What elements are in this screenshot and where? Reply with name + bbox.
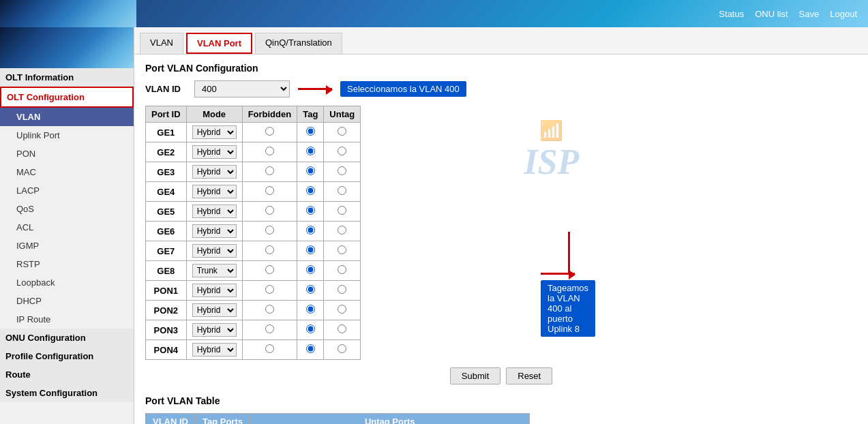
nav-save[interactable]: Save [799, 9, 820, 19]
tag-radio-ge4[interactable] [306, 186, 315, 195]
tag-radio-pon4[interactable] [306, 344, 315, 353]
untag-radio-ge6[interactable] [338, 226, 346, 234]
sidebar-item-ip-route[interactable]: IP Route [0, 310, 134, 329]
forbidden-radio-pon1[interactable] [265, 285, 274, 294]
sidebar-item-qos[interactable]: QoS [0, 200, 134, 218]
mode-cell-pon1[interactable]: HybridTrunkAccess [186, 281, 242, 301]
tag-radio-ge7[interactable] [306, 245, 315, 254]
tab-qinq[interactable]: QinQ/Translation [255, 33, 342, 54]
sidebar-item-pon[interactable]: PON [0, 145, 134, 163]
untag-radio-pon3[interactable] [338, 324, 346, 333]
tag-radio-ge2[interactable] [306, 147, 315, 155]
mode-select-pon3[interactable]: HybridTrunkAccess [192, 323, 237, 337]
forbidden-radio-ge5[interactable] [265, 206, 274, 215]
mode-cell-ge6[interactable]: HybridTrunkAccess [186, 222, 242, 241]
tag-cell-ge3[interactable] [297, 162, 324, 182]
tag-cell-ge2[interactable] [297, 142, 324, 162]
tag-radio-ge6[interactable] [306, 226, 315, 234]
untag-cell-ge3[interactable] [324, 162, 361, 182]
sidebar-item-mac[interactable]: MAC [0, 163, 134, 181]
forbidden-radio-pon2[interactable] [265, 305, 274, 314]
tag-radio-ge1[interactable] [306, 127, 315, 136]
tag-cell-ge8[interactable] [297, 261, 324, 281]
mode-select-ge7[interactable]: HybridTrunkAccess [192, 244, 237, 258]
untag-radio-ge5[interactable] [338, 206, 346, 215]
untag-cell-pon3[interactable] [324, 320, 361, 340]
forbidden-cell-ge6[interactable] [242, 222, 297, 241]
sidebar-item-acl[interactable]: ACL [0, 218, 134, 237]
sidebar-item-onu-configuration[interactable]: ONU Configuration [0, 329, 134, 347]
mode-select-pon4[interactable]: HybridTrunkAccess [192, 343, 237, 357]
sidebar-item-loopback[interactable]: Loopback [0, 273, 134, 292]
tag-cell-ge5[interactable] [297, 202, 324, 222]
sidebar-item-vlan[interactable]: VLAN [0, 108, 134, 126]
forbidden-radio-ge4[interactable] [265, 186, 274, 195]
nav-status[interactable]: Status [719, 9, 744, 19]
forbidden-radio-ge6[interactable] [265, 226, 274, 234]
untag-radio-ge7[interactable] [338, 245, 346, 254]
mode-select-ge3[interactable]: HybridTrunkAccess [192, 165, 237, 179]
tag-radio-pon3[interactable] [306, 324, 315, 333]
forbidden-cell-pon4[interactable] [242, 340, 297, 360]
untag-radio-pon2[interactable] [338, 305, 346, 314]
untag-cell-ge5[interactable] [324, 202, 361, 222]
sidebar-item-dhcp[interactable]: DHCP [0, 292, 134, 310]
mode-select-ge4[interactable]: HybridTrunkAccess [192, 185, 237, 198]
forbidden-radio-ge1[interactable] [265, 127, 274, 136]
untag-radio-ge3[interactable] [338, 166, 346, 175]
forbidden-radio-ge7[interactable] [265, 245, 274, 254]
untag-radio-ge1[interactable] [338, 127, 346, 136]
forbidden-radio-ge2[interactable] [265, 147, 274, 155]
forbidden-radio-pon4[interactable] [265, 344, 274, 353]
mode-select-ge1[interactable]: HybridTrunkAccess [192, 125, 237, 139]
tag-radio-ge5[interactable] [306, 206, 315, 215]
tag-cell-ge7[interactable] [297, 241, 324, 261]
untag-cell-ge7[interactable] [324, 241, 361, 261]
mode-cell-ge8[interactable]: HybridTrunkAccess [186, 261, 242, 281]
tag-radio-ge8[interactable] [306, 265, 315, 274]
tag-cell-ge1[interactable] [297, 123, 324, 142]
tag-cell-pon3[interactable] [297, 320, 324, 340]
forbidden-cell-pon3[interactable] [242, 320, 297, 340]
untag-cell-pon2[interactable] [324, 301, 361, 320]
mode-select-ge8[interactable]: HybridTrunkAccess [192, 264, 237, 277]
tab-vlan[interactable]: VLAN [140, 33, 183, 54]
sidebar-item-route[interactable]: Route [0, 365, 134, 384]
tag-radio-ge3[interactable] [306, 166, 315, 175]
untag-radio-pon1[interactable] [338, 285, 346, 294]
mode-cell-pon3[interactable]: HybridTrunkAccess [186, 320, 242, 340]
reset-button[interactable]: Reset [506, 367, 552, 384]
forbidden-cell-ge7[interactable] [242, 241, 297, 261]
sidebar-item-igmp[interactable]: IGMP [0, 237, 134, 255]
sidebar-item-olt-information[interactable]: OLT Information [0, 68, 134, 87]
untag-cell-pon1[interactable] [324, 281, 361, 301]
sidebar-item-rstp[interactable]: RSTP [0, 255, 134, 273]
forbidden-cell-ge5[interactable] [242, 202, 297, 222]
vlan-id-select[interactable]: 400 1 500 [194, 80, 290, 97]
tag-cell-pon1[interactable] [297, 281, 324, 301]
untag-radio-ge4[interactable] [338, 186, 346, 195]
mode-select-ge2[interactable]: HybridTrunkAccess [192, 145, 237, 159]
submit-button[interactable]: Submit [450, 367, 500, 384]
mode-select-pon2[interactable]: HybridTrunkAccess [192, 303, 237, 317]
tag-cell-pon4[interactable] [297, 340, 324, 360]
mode-cell-ge4[interactable]: HybridTrunkAccess [186, 182, 242, 202]
untag-radio-pon4[interactable] [338, 344, 346, 353]
sidebar-item-olt-configuration[interactable]: OLT Configuration [0, 87, 134, 108]
untag-cell-ge2[interactable] [324, 142, 361, 162]
untag-cell-ge1[interactable] [324, 123, 361, 142]
sidebar-item-lacp[interactable]: LACP [0, 181, 134, 200]
forbidden-cell-pon1[interactable] [242, 281, 297, 301]
forbidden-radio-ge3[interactable] [265, 166, 274, 175]
mode-cell-ge5[interactable]: HybridTrunkAccess [186, 202, 242, 222]
forbidden-cell-ge1[interactable] [242, 123, 297, 142]
mode-cell-pon4[interactable]: HybridTrunkAccess [186, 340, 242, 360]
tag-cell-ge4[interactable] [297, 182, 324, 202]
nav-onu-list[interactable]: ONU list [755, 9, 788, 19]
forbidden-cell-ge4[interactable] [242, 182, 297, 202]
untag-cell-ge6[interactable] [324, 222, 361, 241]
forbidden-cell-ge3[interactable] [242, 162, 297, 182]
tag-cell-ge6[interactable] [297, 222, 324, 241]
mode-cell-ge7[interactable]: HybridTrunkAccess [186, 241, 242, 261]
untag-cell-ge8[interactable] [324, 261, 361, 281]
